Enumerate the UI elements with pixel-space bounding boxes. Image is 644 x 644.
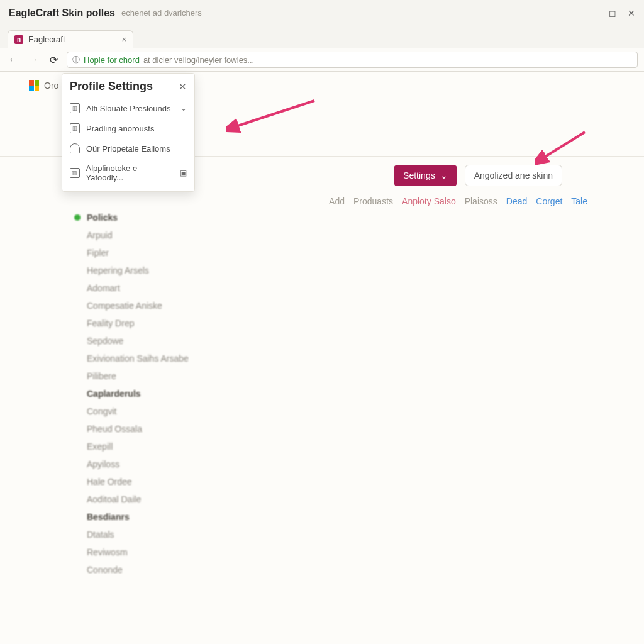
sidebar-item[interactable]: Pilibere (74, 367, 238, 385)
box-icon: ▥ (70, 123, 80, 133)
browser-address-bar: ← → ⟳ ⓘ Hople for chord at dicier veliog… (0, 48, 644, 72)
annotation-arrow-icon (535, 128, 597, 166)
forward-button[interactable]: → (26, 53, 40, 67)
tab-favicon-icon: n (14, 35, 23, 44)
sidebar-item-label: Arpuid (87, 230, 112, 240)
sidebar-item-label: Apyiloss (87, 459, 119, 469)
sidebar-item-label: Compesatie Aniske (87, 301, 162, 311)
panel-item[interactable]: Oür Priopetale Ealloms (62, 138, 194, 158)
subnav-link[interactable]: Produasts (353, 196, 393, 206)
sidebar-list: PolicksArpuidFiplerHepering ArselsAdomar… (74, 209, 238, 579)
maximize-icon[interactable]: ◻ (609, 8, 616, 18)
sidebar-item[interactable]: Fipler (74, 244, 238, 262)
page-crumb-text: Oro (44, 80, 58, 91)
chevron-down-icon: ⌄ (440, 170, 448, 180)
sidebar-item[interactable]: Sepdowe (74, 332, 238, 350)
sidebar-item-label: Exepill (87, 441, 113, 452)
window-subtitle: echenet ad dvarichers (121, 8, 202, 18)
sidebar-item[interactable]: Policks (74, 209, 238, 226)
tab-label: Eaglecraft (28, 35, 65, 44)
box-icon: ▥ (70, 103, 80, 113)
sidebar-item-label: Pheud Ossala (87, 424, 142, 434)
sidebar-item[interactable]: Compesatie Aniske (74, 297, 238, 314)
sidebar-item-label: Hale Ordee (87, 477, 132, 487)
sidebar-item[interactable]: Hepering Arsels (74, 262, 238, 279)
back-button[interactable]: ← (6, 53, 20, 67)
square-icon: ▣ (180, 169, 187, 177)
lock-icon: ⓘ (72, 55, 80, 65)
panel-item-label: Alti Slouate Preslounds (86, 104, 170, 113)
subnav-link[interactable]: Dead (506, 196, 527, 206)
panel-item[interactable]: ▥Pradling anorousts (62, 118, 194, 138)
sidebar-item-label: Besdianrs (87, 512, 130, 522)
svg-line-0 (234, 101, 314, 127)
window-titlebar: EagleCraft Skin polles echenet ad dvaric… (0, 0, 644, 26)
sidebar-item-label: Fipler (87, 248, 109, 258)
sidebar-item-label: Dtatals (87, 530, 114, 540)
sidebar-item-label: Adomart (87, 283, 120, 293)
subnav-link[interactable]: Anploty Salso (402, 196, 456, 206)
panel-item[interactable]: ▥Alpplinotoke e Yatoodly...▣ (62, 158, 194, 187)
secondary-button[interactable]: Angolized ane skinn (465, 165, 562, 186)
sidebar-item[interactable]: Exivionation Saihs Arsabe (74, 350, 238, 367)
url-rest: at dicier veliog/ineyler fowies... (143, 55, 254, 65)
minimize-icon[interactable]: — (589, 8, 597, 18)
person-icon (70, 143, 80, 153)
action-bar: Settings ⌄ Angolized ane skinn (394, 165, 562, 186)
sub-nav: AddProduastsAnploty SalsoPlaisossDeadCor… (329, 196, 587, 206)
sidebar-item-label: Exivionation Saihs Arsabe (87, 353, 189, 364)
panel-item-label: Alpplinotoke e Yatoodly... (86, 164, 174, 182)
panel-item-label: Pradling anorousts (86, 124, 154, 133)
sidebar-item[interactable]: Adomart (74, 279, 238, 297)
sidebar-item[interactable]: Hale Ordee (74, 473, 238, 491)
sidebar-item-label: Feality Drep (87, 318, 134, 328)
subnav-link[interactable]: Add (329, 196, 345, 206)
sidebar-item[interactable]: Arpuid (74, 226, 238, 244)
sidebar-item[interactable]: Besdianrs (74, 508, 238, 526)
sidebar-item-label: Cononde (87, 565, 123, 575)
reload-button[interactable]: ⟳ (47, 53, 60, 67)
panel-close-icon[interactable]: ✕ (179, 81, 187, 92)
sidebar-item[interactable]: Apyiloss (74, 455, 238, 473)
sidebar-item[interactable]: Dtatals (74, 526, 238, 543)
sidebar-item[interactable]: Cononde (74, 561, 238, 579)
tab-close-icon[interactable]: × (121, 35, 126, 44)
page-content: Oro Profile Settings ✕ ▥Alti Slouate Pre… (0, 72, 644, 644)
subnav-link[interactable]: Tale (571, 196, 587, 206)
svg-line-1 (542, 132, 585, 158)
sidebar-item-label: Hepering Arsels (87, 265, 149, 275)
window-title: EagleCraft Skin polles (9, 8, 115, 19)
sidebar-item[interactable]: Reviwosm (74, 543, 238, 561)
sidebar-item-label: Caplarderuls (87, 389, 141, 399)
secondary-button-label: Angolized ane skinn (474, 170, 553, 180)
browser-tab[interactable]: n Eaglecraft × (8, 30, 133, 48)
url-secure-part: Hople for chord (84, 55, 140, 65)
box-icon: ▥ (70, 168, 80, 178)
browser-tabstrip: n Eaglecraft × (0, 26, 644, 48)
sidebar-item[interactable]: Aoditoal Daile (74, 491, 238, 508)
sidebar-item-label: Policks (87, 213, 118, 223)
panel-item-label: Oür Priopetale Ealloms (86, 144, 170, 153)
sidebar-item[interactable]: Feality Drep (74, 314, 238, 332)
settings-button[interactable]: Settings ⌄ (394, 165, 457, 186)
sidebar-item-label: Reviwosm (87, 547, 128, 557)
subnav-link[interactable]: Corget (536, 196, 562, 206)
grid-logo-icon (29, 80, 39, 91)
status-dot-icon (74, 214, 80, 221)
panel-item[interactable]: ▥Alti Slouate Preslounds⌄ (62, 98, 194, 118)
sidebar-item-label: Sepdowe (87, 336, 123, 346)
chevron-down-icon: ⌄ (180, 104, 187, 113)
sidebar-item[interactable]: Congvit (74, 402, 238, 420)
annotation-arrow-icon (226, 97, 327, 135)
sidebar-item-label: Congvit (87, 406, 116, 416)
sidebar-item[interactable]: Pheud Ossala (74, 420, 238, 438)
settings-button-label: Settings (403, 170, 435, 180)
close-icon[interactable]: ✕ (628, 8, 635, 18)
url-input[interactable]: ⓘ Hople for chord at dicier veliog/ineyl… (67, 52, 638, 68)
sidebar-item[interactable]: Caplarderuls (74, 385, 238, 402)
panel-header: Profile Settings ✕ (62, 74, 194, 98)
subnav-link[interactable]: Plaisoss (465, 196, 497, 206)
sidebar-item-label: Aoditoal Daile (87, 494, 141, 504)
page-crumb: Oro (29, 80, 58, 91)
sidebar-item[interactable]: Exepill (74, 438, 238, 455)
